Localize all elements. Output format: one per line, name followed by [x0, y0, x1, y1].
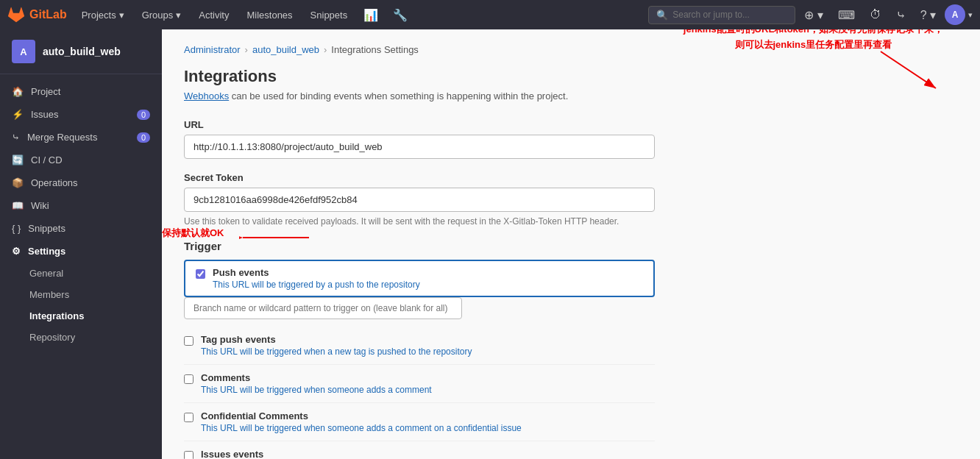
sidebar-item-operations[interactable]: 📦 Operations [0, 171, 162, 194]
sidebar-item-settings[interactable]: ⚙ Settings [0, 240, 162, 263]
page-description: Webhooks can be used for binding events … [184, 90, 958, 102]
annotation-left: 保持默认就OK [162, 227, 224, 240]
token-hint: Use this token to validate received payl… [184, 216, 655, 227]
comments-checkbox[interactable] [184, 374, 193, 384]
issues-events-name: Issues events [201, 449, 263, 459]
main-content: Administrator › auto_build_web › Integra… [162, 29, 980, 459]
token-form-group: Secret Token Use this token to validate … [184, 172, 958, 227]
confidential-comments-row: Confidential Comments This URL will be t… [184, 403, 655, 441]
sidebar-repo-header[interactable]: A auto_build_web [0, 29, 162, 74]
push-events-box: Push events This URL will be triggered b… [184, 260, 655, 297]
sidebar-item-project[interactable]: 🏠 Project [0, 80, 162, 103]
cicd-icon: 🔄 [12, 154, 24, 166]
breadcrumb-current: Integrations Settings [331, 44, 419, 55]
help-icon[interactable]: ? ▾ [915, 0, 942, 29]
clock-icon[interactable]: ⏱ [864, 0, 887, 29]
nav-groups[interactable]: Groups ▾ [135, 0, 189, 29]
push-events-desc: This URL will be triggered by a push to … [213, 280, 420, 290]
tag-push-checkbox[interactable] [184, 336, 193, 346]
sidebar-item-wiki[interactable]: 📖 Wiki [0, 194, 162, 217]
repo-avatar: A [12, 40, 35, 63]
sidebar-nav: 🏠 Project ⚡ Issues 0 ⤷ Merge Requests 0 … [0, 74, 162, 354]
comments-row: Comments This URL will be triggered when… [184, 365, 655, 403]
url-label: URL [184, 119, 958, 130]
top-navigation: GitLab Projects ▾ Groups ▾ Activity Mile… [0, 0, 980, 29]
trigger-label: Trigger [184, 240, 655, 252]
stats-icon[interactable]: 📊 [358, 0, 384, 29]
merge-request-icon[interactable]: ⤷ [890, 0, 912, 29]
merge-requests-badge: 0 [137, 132, 150, 143]
tag-push-name: Tag push events [201, 334, 472, 345]
settings-icon: ⚙ [12, 246, 21, 257]
keyboard-icon[interactable]: ⌨ [832, 0, 861, 29]
new-item-icon[interactable]: ⊕ ▾ [798, 0, 828, 29]
issues-badge: 0 [137, 110, 150, 120]
settings-subnav: General Members Integrations Repository [0, 263, 162, 348]
token-input[interactable] [184, 188, 655, 212]
avatar-dropdown-arrow: ▾ [968, 10, 973, 20]
breadcrumb-admin[interactable]: Administrator [184, 44, 241, 55]
branch-filter-input[interactable] [184, 297, 462, 319]
breadcrumb-sep-2: › [324, 44, 327, 55]
nav-activity[interactable]: Activity [191, 0, 236, 29]
home-icon: 🏠 [12, 86, 24, 97]
merge-icon: ⤷ [12, 132, 20, 143]
url-form-group: URL [184, 119, 958, 159]
push-events-name: Push events [213, 267, 420, 278]
sidebar-item-snippets[interactable]: { } Snippets [0, 217, 162, 240]
page-title: Integrations [184, 67, 958, 86]
url-input[interactable] [184, 135, 655, 159]
sidebar-sub-members[interactable]: Members [29, 284, 162, 305]
push-events-row: Push events This URL will be triggered b… [196, 267, 643, 290]
confidential-comments-name: Confidential Comments [201, 410, 522, 421]
confidential-comments-checkbox[interactable] [184, 413, 193, 422]
nav-snippets[interactable]: Snippets [303, 0, 355, 29]
wrench-icon[interactable]: 🔧 [387, 0, 413, 29]
user-avatar[interactable]: A [945, 4, 965, 25]
tag-push-row: Tag push events This URL will be trigger… [184, 327, 655, 365]
sidebar-sub-general[interactable]: General [29, 263, 162, 284]
wiki-icon: 📖 [12, 200, 24, 211]
sidebar-item-issues[interactable]: ⚡ Issues 0 [0, 103, 162, 126]
comments-name: Comments [201, 372, 432, 383]
comments-desc: This URL will be triggered when someone … [201, 385, 432, 395]
issues-events-checkbox[interactable] [184, 451, 193, 459]
snippets-icon: { } [12, 223, 21, 234]
push-events-checkbox[interactable] [196, 269, 205, 279]
gitlab-logo[interactable]: GitLab [7, 6, 67, 24]
confidential-comments-desc: This URL will be triggered when someone … [201, 423, 522, 433]
nav-milestones[interactable]: Milestones [239, 0, 299, 29]
annotation-top-right: jenkins配置时的URL和token，如果没有先前保存记录下来， 则可以去j… [683, 29, 943, 53]
sidebar-sub-integrations[interactable]: Integrations [29, 305, 162, 327]
sidebar: A auto_build_web 🏠 Project ⚡ Issues 0 ⤷ … [0, 29, 162, 459]
sidebar-sub-repository[interactable]: Repository [29, 327, 162, 348]
trigger-section: Trigger Push events This URL will be tri… [184, 240, 655, 459]
breadcrumb-sep-1: › [245, 44, 248, 55]
token-label: Secret Token [184, 172, 958, 183]
ops-icon: 📦 [12, 177, 24, 188]
search-icon: 🔍 [656, 10, 668, 21]
repo-name: auto_build_web [43, 46, 121, 57]
sidebar-item-cicd[interactable]: 🔄 CI / CD [0, 149, 162, 171]
breadcrumb-repo[interactable]: auto_build_web [252, 44, 319, 55]
search-input[interactable] [672, 10, 775, 20]
issues-events-row: Issues events [184, 441, 655, 459]
webhooks-link[interactable]: Webhooks [184, 90, 229, 102]
issues-icon: ⚡ [12, 109, 24, 120]
search-bar[interactable]: 🔍 [648, 6, 795, 24]
tag-push-desc: This URL will be triggered when a new ta… [201, 346, 472, 357]
nav-projects[interactable]: Projects ▾ [74, 0, 132, 29]
sidebar-item-merge-requests[interactable]: ⤷ Merge Requests 0 [0, 126, 162, 149]
